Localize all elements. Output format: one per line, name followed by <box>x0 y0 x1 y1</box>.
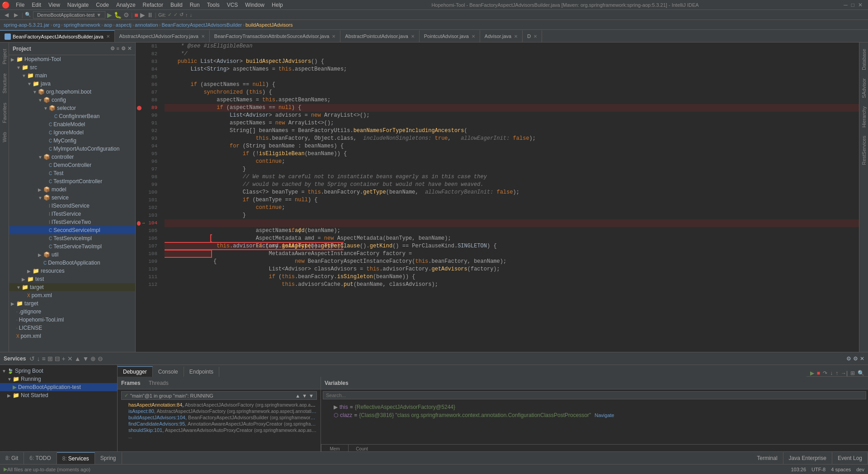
breadcrumb-class[interactable]: BeanFactoryAspectJAdvisorsBuilder <box>161 22 242 28</box>
menu-tools[interactable]: Tools <box>203 1 223 9</box>
services-up2-button[interactable]: ▲ <box>75 355 81 362</box>
tab-close-icon[interactable]: ✕ <box>472 34 475 39</box>
close-button[interactable]: ✕ <box>858 2 863 8</box>
encoding-label[interactable]: UTF-8 <box>811 467 826 472</box>
tab-close-icon[interactable]: ✕ <box>332 34 335 39</box>
tree-item-democontroller[interactable]: C DemoController <box>9 161 135 169</box>
breakpoint-104[interactable]: → <box>136 219 145 227</box>
git-check2[interactable]: ✓ <box>174 12 178 18</box>
services-menu-button[interactable]: ≡ <box>42 355 45 362</box>
debug-expression-icon[interactable]: 🔍 <box>858 370 864 376</box>
debug-run-to-cursor-icon[interactable]: →| <box>841 370 848 376</box>
resume-button[interactable]: ▶ <box>140 11 145 19</box>
code-text[interactable]: * @see #isEligibleBean */ public List<Ad… <box>163 43 859 289</box>
back-button[interactable]: ◀ <box>3 11 10 19</box>
services-notstarted[interactable]: ▶ 📁 Not Started <box>0 391 117 399</box>
tree-item-secondserviceimpl[interactable]: C SecondServiceImpl <box>9 226 135 234</box>
tab-java-enterprise[interactable]: Java Enterprise <box>783 452 832 464</box>
search-everywhere-icon[interactable]: 🔍 <box>25 12 31 18</box>
editor-content[interactable]: → 81 82 83 84 <box>136 43 859 352</box>
tab-bfta[interactable]: BeanFactoryTransactionAttributeSourceAdv… <box>210 30 341 42</box>
database-icon[interactable]: Database <box>860 46 868 73</box>
services-config-button[interactable]: ⚙ <box>853 356 858 362</box>
tab-close-icon[interactable]: ✕ <box>106 34 110 39</box>
stack-frame-3[interactable]: findCandidateAdvisors:95, AnnotationAwar… <box>118 421 321 427</box>
services-expand-button[interactable]: ⊞ <box>47 355 53 362</box>
endpoints-tab[interactable]: Endpoints <box>184 367 219 377</box>
variable-this[interactable]: ▶ this = {ReflectiveAspectJAdvisorFactor… <box>321 403 868 411</box>
tab-close-icon[interactable]: ✕ <box>533 34 537 39</box>
stack-frame-2[interactable]: buildAspectJAdvisors:104, BeanFactoryAsp… <box>118 414 321 421</box>
var-expand-icon[interactable]: ▶ <box>334 404 338 410</box>
breakpoint-89[interactable] <box>136 104 145 112</box>
git-push[interactable]: ↑ <box>185 12 188 18</box>
breadcrumb-aop[interactable]: aop <box>104 22 112 28</box>
run-config-dropdown-icon[interactable]: ▼ <box>96 12 101 18</box>
tab-pointcutadvisor[interactable]: PointcutAdvisor.java ✕ <box>420 30 480 42</box>
forward-button[interactable]: ▶ <box>12 11 20 19</box>
tree-item-myimport[interactable]: C MyImportAutoConfiguration <box>9 145 135 153</box>
settings-icon[interactable]: ⚙ <box>121 46 126 52</box>
coverage-button[interactable]: ⚙ <box>123 11 129 19</box>
tree-item-testservicetwoimpl[interactable]: C TestServiceTwoImpl <box>9 242 135 251</box>
minimize-button[interactable]: ─ <box>844 2 848 8</box>
project-icon[interactable]: Project <box>1 46 8 67</box>
tree-item-controller[interactable]: ▼ 📦 controller <box>9 153 135 161</box>
sadvisor-icon[interactable]: SAdvisor <box>860 76 868 101</box>
frames-dropdown-icon[interactable]: ▼ <box>309 393 314 398</box>
frames-down-icon[interactable]: ▼ <box>302 393 307 398</box>
tree-item-model[interactable]: ▶ 📦 model <box>9 185 135 194</box>
variables-search-input[interactable] <box>326 393 863 398</box>
thread-selector[interactable]: ✓ "main"@1 in group "main": RUNNING ▲ ▼ … <box>121 391 317 400</box>
debug-step-over-icon[interactable]: ↷ <box>823 370 827 376</box>
console-tab[interactable]: Console <box>153 367 184 377</box>
menu-code[interactable]: Code <box>92 1 113 9</box>
menu-help[interactable]: Help <box>268 1 287 9</box>
tab-close-icon[interactable]: ✕ <box>411 34 415 39</box>
run-button[interactable]: ▶ <box>107 11 112 19</box>
services-refresh-button[interactable]: ↺ <box>29 355 35 362</box>
debug-step-out-icon[interactable]: ↑ <box>835 370 838 376</box>
tree-item-main[interactable]: ▼ 📁 main <box>9 71 135 80</box>
tree-item-testimportcontroller[interactable]: C TestImportController <box>9 177 135 185</box>
tree-item-util[interactable]: ▶ 📦 util <box>9 251 135 259</box>
tree-item-ignoremodel[interactable]: C IgnoreModel <box>9 128 135 137</box>
tab-close-icon[interactable]: ✕ <box>201 34 205 39</box>
tab-abstractpointcut[interactable]: AbstractPointcutAdvisor.java ✕ <box>340 30 419 42</box>
services-jump-button[interactable]: ⊕ <box>90 355 96 362</box>
stack-frame-0[interactable]: hasAspectAnnotation:84, AbstractAspectJA… <box>118 402 321 408</box>
git-check1[interactable]: ✓ <box>168 12 172 18</box>
sync-icon[interactable]: ⚙ <box>110 46 115 52</box>
tree-item-democontroller2[interactable]: C DemoBootApplication <box>9 259 135 267</box>
services-down-button[interactable]: ↓ <box>37 355 40 362</box>
tree-item-configinnerbean[interactable]: C ConfigInnerBean <box>9 112 135 120</box>
run-config-selector[interactable]: DemoBootApplication-test ▼ <box>33 11 105 19</box>
tree-item-myconfig[interactable]: C MyConfig <box>9 137 135 145</box>
menu-run[interactable]: Run <box>186 1 203 9</box>
tree-item-config[interactable]: ▼ 📦 config <box>9 96 135 104</box>
hierarchy-icon[interactable]: Hierarchy <box>860 104 868 130</box>
variables-search[interactable] <box>323 391 866 399</box>
tree-item-gitignore[interactable]: · .gitignore <box>9 308 135 316</box>
menu-navigate[interactable]: Navigate <box>64 1 92 9</box>
debug-resume-icon[interactable]: ▶ <box>810 370 814 376</box>
tree-item-java[interactable]: ▼ 📁 java <box>9 80 135 88</box>
stack-frame-1[interactable]: isAspect:80, AbstractAspectJAdvisorFacto… <box>118 408 321 414</box>
tree-item-target-root[interactable]: ▶ 📁 target <box>9 299 135 308</box>
menu-edit[interactable]: Edit <box>28 1 45 9</box>
tab-advisor[interactable]: Advisor.java ✕ <box>480 30 523 42</box>
menu-analyze[interactable]: Analyze <box>113 1 139 9</box>
tree-item-selector[interactable]: ▼ 📦 selector <box>9 104 135 112</box>
debug-stop-icon[interactable]: ■ <box>817 370 820 376</box>
tree-item-isecondservice[interactable]: I ISecondService <box>9 202 135 210</box>
tree-item-resources[interactable]: ▶ 📁 resources <box>9 267 135 275</box>
structure-icon[interactable]: Structure <box>1 71 8 96</box>
services-springboot-group[interactable]: ▼ 🍃 Spring Boot <box>0 367 117 375</box>
services-close-button[interactable]: ✕ <box>67 355 73 362</box>
debug-frames-icon[interactable]: ⊞ <box>850 370 855 376</box>
stop-button[interactable]: ■ <box>134 11 138 19</box>
tab-services[interactable]: 8: Services <box>57 452 95 464</box>
tree-item-itestservicetwo[interactable]: I ITestServiceTwo <box>9 218 135 226</box>
breadcrumb-org[interactable]: org <box>53 22 60 28</box>
tree-item-test-folder[interactable]: ▶ 📁 test <box>9 275 135 283</box>
